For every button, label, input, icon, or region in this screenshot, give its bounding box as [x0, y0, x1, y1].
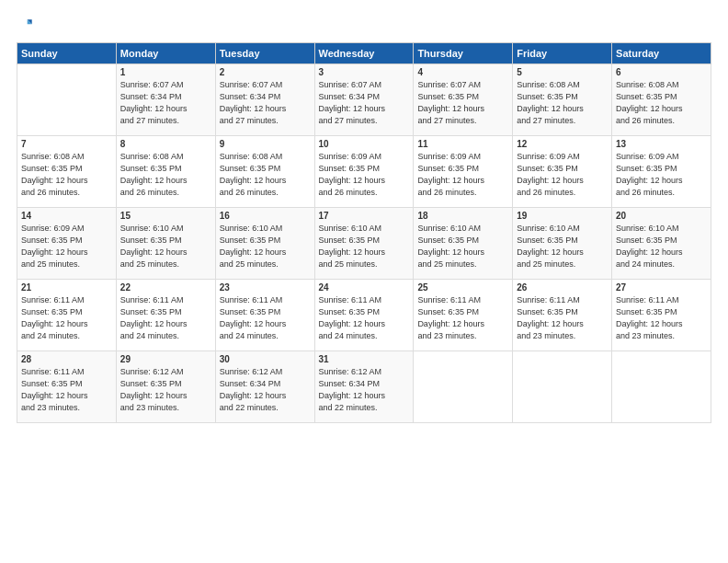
day-number: 9	[220, 139, 311, 149]
day-cell: 21Sunrise: 6:11 AM Sunset: 6:35 PM Dayli…	[17, 280, 117, 351]
day-cell: 4Sunrise: 6:07 AM Sunset: 6:35 PM Daylig…	[414, 64, 513, 136]
day-info: Sunrise: 6:10 AM Sunset: 6:35 PM Dayligh…	[517, 223, 608, 270]
day-cell	[612, 351, 711, 423]
logo	[17, 17, 39, 35]
day-info: Sunrise: 6:10 AM Sunset: 6:35 PM Dayligh…	[319, 223, 410, 270]
day-cell: 17Sunrise: 6:10 AM Sunset: 6:35 PM Dayli…	[314, 208, 414, 280]
day-cell: 13Sunrise: 6:09 AM Sunset: 6:35 PM Dayli…	[612, 136, 711, 208]
day-cell: 28Sunrise: 6:11 AM Sunset: 6:35 PM Dayli…	[17, 351, 117, 423]
day-number: 29	[120, 354, 211, 364]
day-info: Sunrise: 6:08 AM Sunset: 6:35 PM Dayligh…	[616, 79, 707, 127]
day-info: Sunrise: 6:07 AM Sunset: 6:34 PM Dayligh…	[319, 79, 410, 127]
day-cell: 23Sunrise: 6:11 AM Sunset: 6:35 PM Dayli…	[215, 280, 314, 351]
day-cell: 15Sunrise: 6:10 AM Sunset: 6:35 PM Dayli…	[116, 208, 215, 280]
day-info: Sunrise: 6:11 AM Sunset: 6:35 PM Dayligh…	[120, 294, 211, 342]
day-cell: 30Sunrise: 6:12 AM Sunset: 6:34 PM Dayli…	[215, 351, 314, 423]
calendar-table: SundayMondayTuesdayWednesdayThursdayFrid…	[17, 42, 711, 423]
day-info: Sunrise: 6:11 AM Sunset: 6:35 PM Dayligh…	[517, 294, 608, 342]
day-info: Sunrise: 6:10 AM Sunset: 6:35 PM Dayligh…	[120, 223, 211, 270]
day-cell: 5Sunrise: 6:08 AM Sunset: 6:35 PM Daylig…	[513, 64, 612, 136]
day-number: 15	[120, 211, 211, 221]
day-cell: 6Sunrise: 6:08 AM Sunset: 6:35 PM Daylig…	[612, 64, 711, 136]
week-row-1: 7Sunrise: 6:08 AM Sunset: 6:35 PM Daylig…	[17, 136, 711, 208]
day-number: 24	[319, 282, 410, 293]
day-info: Sunrise: 6:07 AM Sunset: 6:35 PM Dayligh…	[417, 79, 508, 127]
col-header-monday: Monday	[116, 43, 215, 64]
day-info: Sunrise: 6:07 AM Sunset: 6:34 PM Dayligh…	[220, 79, 311, 127]
day-cell: 27Sunrise: 6:11 AM Sunset: 6:35 PM Dayli…	[612, 280, 711, 351]
day-number: 12	[517, 139, 608, 149]
day-cell: 16Sunrise: 6:10 AM Sunset: 6:35 PM Dayli…	[215, 208, 314, 280]
day-info: Sunrise: 6:08 AM Sunset: 6:35 PM Dayligh…	[120, 151, 211, 199]
day-cell: 20Sunrise: 6:10 AM Sunset: 6:35 PM Dayli…	[612, 208, 711, 280]
day-info: Sunrise: 6:11 AM Sunset: 6:35 PM Dayligh…	[417, 294, 508, 342]
col-header-sunday: Sunday	[17, 43, 117, 64]
day-number: 2	[220, 67, 311, 77]
day-info: Sunrise: 6:11 AM Sunset: 6:35 PM Dayligh…	[616, 294, 707, 342]
day-number: 13	[616, 139, 707, 149]
col-header-tuesday: Tuesday	[215, 43, 314, 64]
day-info: Sunrise: 6:11 AM Sunset: 6:35 PM Dayligh…	[21, 294, 112, 342]
day-number: 8	[120, 139, 211, 149]
col-header-friday: Friday	[513, 43, 612, 64]
day-info: Sunrise: 6:09 AM Sunset: 6:35 PM Dayligh…	[616, 151, 707, 199]
day-cell: 1Sunrise: 6:07 AM Sunset: 6:34 PM Daylig…	[116, 64, 215, 136]
day-number: 23	[220, 282, 311, 293]
day-info: Sunrise: 6:09 AM Sunset: 6:35 PM Dayligh…	[21, 223, 112, 270]
day-number: 17	[319, 211, 410, 221]
day-number: 10	[319, 139, 410, 149]
col-header-saturday: Saturday	[612, 43, 711, 64]
day-number: 3	[319, 67, 410, 77]
page: SundayMondayTuesdayWednesdayThursdayFrid…	[0, 0, 728, 563]
day-number: 21	[21, 282, 112, 293]
day-number: 14	[21, 211, 112, 221]
day-cell: 12Sunrise: 6:09 AM Sunset: 6:35 PM Dayli…	[513, 136, 612, 208]
day-info: Sunrise: 6:10 AM Sunset: 6:35 PM Dayligh…	[616, 223, 707, 270]
day-number: 25	[417, 282, 508, 293]
day-number: 27	[616, 282, 707, 293]
day-info: Sunrise: 6:08 AM Sunset: 6:35 PM Dayligh…	[21, 151, 112, 199]
day-number: 22	[120, 282, 211, 293]
header-row: SundayMondayTuesdayWednesdayThursdayFrid…	[17, 43, 711, 64]
week-row-0: 1Sunrise: 6:07 AM Sunset: 6:34 PM Daylig…	[17, 64, 711, 136]
day-number: 16	[220, 211, 311, 221]
day-cell: 18Sunrise: 6:10 AM Sunset: 6:35 PM Dayli…	[414, 208, 513, 280]
day-number: 31	[319, 354, 410, 364]
day-cell: 2Sunrise: 6:07 AM Sunset: 6:34 PM Daylig…	[215, 64, 314, 136]
week-row-4: 28Sunrise: 6:11 AM Sunset: 6:35 PM Dayli…	[17, 351, 711, 423]
day-cell: 29Sunrise: 6:12 AM Sunset: 6:35 PM Dayli…	[116, 351, 215, 423]
day-number: 5	[517, 67, 608, 77]
day-cell: 7Sunrise: 6:08 AM Sunset: 6:35 PM Daylig…	[17, 136, 117, 208]
day-info: Sunrise: 6:08 AM Sunset: 6:35 PM Dayligh…	[517, 79, 608, 127]
day-cell: 31Sunrise: 6:12 AM Sunset: 6:34 PM Dayli…	[314, 351, 414, 423]
day-info: Sunrise: 6:12 AM Sunset: 6:34 PM Dayligh…	[220, 366, 311, 414]
day-info: Sunrise: 6:09 AM Sunset: 6:35 PM Dayligh…	[319, 151, 410, 199]
day-number: 11	[417, 139, 508, 149]
week-row-2: 14Sunrise: 6:09 AM Sunset: 6:35 PM Dayli…	[17, 208, 711, 280]
logo-icon	[17, 17, 35, 35]
day-info: Sunrise: 6:10 AM Sunset: 6:35 PM Dayligh…	[220, 223, 311, 270]
day-number: 4	[417, 67, 508, 77]
day-number: 26	[517, 282, 608, 293]
day-cell: 26Sunrise: 6:11 AM Sunset: 6:35 PM Dayli…	[513, 280, 612, 351]
day-cell: 14Sunrise: 6:09 AM Sunset: 6:35 PM Dayli…	[17, 208, 117, 280]
day-number: 1	[120, 67, 211, 77]
day-info: Sunrise: 6:08 AM Sunset: 6:35 PM Dayligh…	[220, 151, 311, 199]
week-row-3: 21Sunrise: 6:11 AM Sunset: 6:35 PM Dayli…	[17, 280, 711, 351]
day-info: Sunrise: 6:11 AM Sunset: 6:35 PM Dayligh…	[220, 294, 311, 342]
day-cell: 11Sunrise: 6:09 AM Sunset: 6:35 PM Dayli…	[414, 136, 513, 208]
day-cell: 19Sunrise: 6:10 AM Sunset: 6:35 PM Dayli…	[513, 208, 612, 280]
day-number: 19	[517, 211, 608, 221]
day-cell: 24Sunrise: 6:11 AM Sunset: 6:35 PM Dayli…	[314, 280, 414, 351]
day-info: Sunrise: 6:07 AM Sunset: 6:34 PM Dayligh…	[120, 79, 211, 127]
day-number: 7	[21, 139, 112, 149]
day-cell	[17, 64, 117, 136]
day-cell: 3Sunrise: 6:07 AM Sunset: 6:34 PM Daylig…	[314, 64, 414, 136]
day-cell: 22Sunrise: 6:11 AM Sunset: 6:35 PM Dayli…	[116, 280, 215, 351]
col-header-wednesday: Wednesday	[314, 43, 414, 64]
day-number: 30	[220, 354, 311, 364]
day-info: Sunrise: 6:10 AM Sunset: 6:35 PM Dayligh…	[417, 223, 508, 270]
day-cell: 8Sunrise: 6:08 AM Sunset: 6:35 PM Daylig…	[116, 136, 215, 208]
day-info: Sunrise: 6:12 AM Sunset: 6:34 PM Dayligh…	[319, 366, 410, 414]
day-cell: 9Sunrise: 6:08 AM Sunset: 6:35 PM Daylig…	[215, 136, 314, 208]
